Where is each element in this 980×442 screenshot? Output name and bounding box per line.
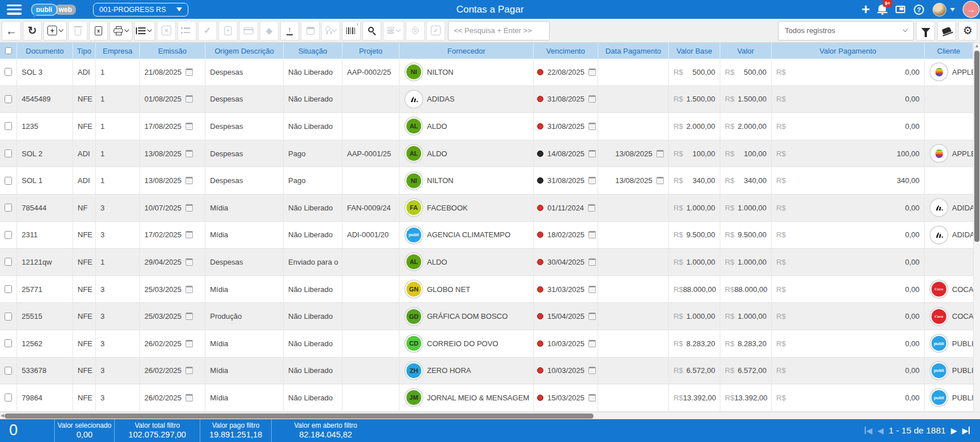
table-row[interactable]: 25771NFE325/03/2025MídiaNão LiberadoGNGL… (0, 276, 973, 303)
row-checkbox[interactable] (5, 285, 12, 293)
table-row[interactable]: 2311NFE317/02/2025MídiaNão LiberadoADI-0… (0, 222, 973, 249)
table-row[interactable]: SOL 1ADI113/08/2025DespesasPagoNINILTON3… (0, 167, 973, 194)
help-icon[interactable]: ? (914, 5, 924, 15)
scroll-left-icon[interactable]: ◀ (1, 413, 4, 418)
vertical-scrollbar[interactable]: ▲ (973, 43, 980, 412)
column-header-origem-descri-o[interactable]: Origem Descrição (205, 43, 284, 59)
filter-button[interactable] (916, 21, 935, 40)
calendar-icon (588, 394, 596, 402)
row-checkbox[interactable] (5, 95, 12, 103)
table-row[interactable]: 785444NF310/07/2025MídiaNão LiberadoFAN-… (0, 194, 973, 222)
cell-documento: 533678 (17, 358, 73, 384)
cell-fornecedor: GNGLOBO NET (400, 276, 534, 303)
toolbar-sort-button[interactable] (134, 21, 155, 40)
column-header-emiss-o[interactable]: Emissão (140, 43, 205, 59)
cliente-name: APPLE (952, 68, 973, 76)
cell-projeto (342, 330, 400, 357)
monitor-icon[interactable] (896, 6, 905, 13)
toolbar-upload-button[interactable]: ↑ (280, 21, 299, 40)
search-input[interactable] (448, 21, 550, 40)
table-row[interactable]: SOL 3ADI121/08/2025DespesasNão LiberadoA… (0, 59, 973, 86)
column-header-valor[interactable]: Valor (720, 43, 772, 59)
column-header-tipo[interactable]: Tipo (73, 43, 96, 59)
row-checkbox[interactable] (5, 122, 12, 130)
column-header-empresa[interactable]: Empresa (96, 43, 140, 59)
cell-valor-base: R$1.000,00 (669, 249, 720, 275)
table-row[interactable]: 4545489NFE101/08/2025DespesasNão Liberad… (0, 86, 973, 113)
toolbar-barcode-button[interactable] (342, 21, 361, 40)
vertical-scrollbar-thumb[interactable] (974, 51, 979, 242)
row-checkbox[interactable] (5, 204, 12, 212)
scroll-up-icon[interactable]: ▲ (975, 43, 979, 50)
next-page-button[interactable]: ▶ (951, 427, 957, 435)
cell-data-pagamento: 13/08/2025 (598, 140, 669, 167)
row-checkbox[interactable] (5, 231, 12, 239)
cell-empresa: 3 (96, 303, 140, 330)
toolbar-cancel-box-button: × (157, 21, 176, 40)
table-row[interactable]: 533678NFE326/02/2025MídiaNão LiberadoZHZ… (0, 358, 973, 385)
table-body: SOL 3ADI121/08/2025DespesasNão LiberadoA… (0, 59, 973, 412)
calendar-icon (185, 177, 193, 184)
cell-select (0, 276, 17, 303)
user-menu-caret-icon[interactable] (950, 8, 955, 14)
toolbar-excel-button[interactable]: x (89, 21, 108, 40)
logout-icon[interactable]: → (963, 2, 979, 17)
cell-cliente: publiPUBLI (925, 358, 973, 384)
row-checkbox[interactable] (5, 177, 12, 185)
toolbar-check-button: ✓ (198, 21, 217, 40)
column-header-situa-o[interactable]: Situação (284, 43, 342, 59)
cell-origem-descricao: Mídia (205, 330, 284, 357)
add-icon[interactable]: + (861, 2, 870, 17)
cell-valor: R$500,00 (720, 59, 772, 86)
table-row[interactable]: 25515NFE325/03/2025ProduçãoNão LiberadoG… (0, 303, 973, 330)
column-header-projeto[interactable]: Projeto (342, 43, 400, 59)
cell-valor-base: R$2.000,00 (669, 113, 720, 140)
horizontal-scrollbar[interactable]: ◀ (0, 412, 980, 419)
cell-select (0, 249, 17, 275)
row-checkbox[interactable] (5, 149, 12, 157)
header-select-all[interactable] (0, 43, 17, 59)
clear-filter-button[interactable] (937, 21, 956, 40)
column-header-vencimento[interactable]: Vencimento (534, 43, 598, 59)
user-avatar[interactable] (933, 3, 946, 17)
row-checkbox[interactable] (5, 258, 12, 266)
menu-icon[interactable] (7, 5, 22, 15)
row-checkbox[interactable] (5, 394, 12, 402)
calendar-icon (185, 231, 193, 238)
table-row[interactable]: 1235NFE117/08/2025DespesasNão LiberadoAL… (0, 113, 973, 140)
cell-select (0, 86, 17, 113)
table-row[interactable]: SOL 2ADI113/08/2025DespesasPagoAAP-0001/… (0, 140, 973, 168)
settings-button[interactable]: ⚙ (958, 21, 977, 40)
company-select[interactable]: 001-PROGRESS RS (93, 3, 188, 17)
column-header-documento[interactable]: Documento (17, 43, 73, 59)
row-checkbox[interactable] (5, 367, 12, 375)
column-header-valor-base[interactable]: Valor Base (669, 43, 720, 59)
column-header-cliente[interactable]: Cliente (925, 43, 973, 59)
toolbar-print-button[interactable] (110, 21, 132, 40)
last-page-button[interactable]: ▶ (962, 427, 970, 435)
table-row[interactable]: 12562NFE326/02/2025MídiaNão LiberadoCDCO… (0, 330, 973, 358)
column-header-data-pagamento[interactable]: Data Pagamento (598, 43, 669, 59)
cell-data-pagamento (598, 330, 669, 357)
cell-valor-base: R$9.500,00 (669, 222, 720, 249)
table-row[interactable]: 79864NFE326/02/2025MídiaNão LiberadoJMJO… (0, 384, 973, 412)
row-checkbox[interactable] (5, 339, 12, 347)
table-row[interactable]: 12121qwNFE129/04/2025DespesasEnviado par… (0, 249, 973, 276)
cancel-box-icon: × (162, 26, 171, 35)
records-filter-value: Todos registros (785, 26, 835, 35)
fornecedor-avatar: NI (406, 64, 421, 79)
toolbar-back-button[interactable]: ← (2, 21, 21, 40)
toolbar-add-button[interactable]: + (43, 21, 67, 40)
toolbar-search-button[interactable] (362, 21, 381, 40)
select-all-checkbox[interactable] (5, 47, 12, 54)
column-header-fornecedor[interactable]: Fornecedor (400, 43, 534, 59)
row-checkbox[interactable] (5, 68, 12, 76)
cell-emissao: 25/03/2025 (140, 276, 205, 303)
records-filter-select[interactable]: Todos registros (778, 21, 914, 40)
toolbar-refresh-button[interactable]: ↻ (23, 21, 42, 40)
row-checkbox[interactable] (5, 313, 12, 321)
notifications-button[interactable]: 9+ (878, 3, 887, 15)
horizontal-scrollbar-thumb[interactable] (5, 413, 594, 419)
app-bar: publi web 001-PROGRESS RS Contas a Pagar… (0, 0, 980, 19)
column-header-valor-pagamento[interactable]: Valor Pagamento (772, 43, 925, 59)
